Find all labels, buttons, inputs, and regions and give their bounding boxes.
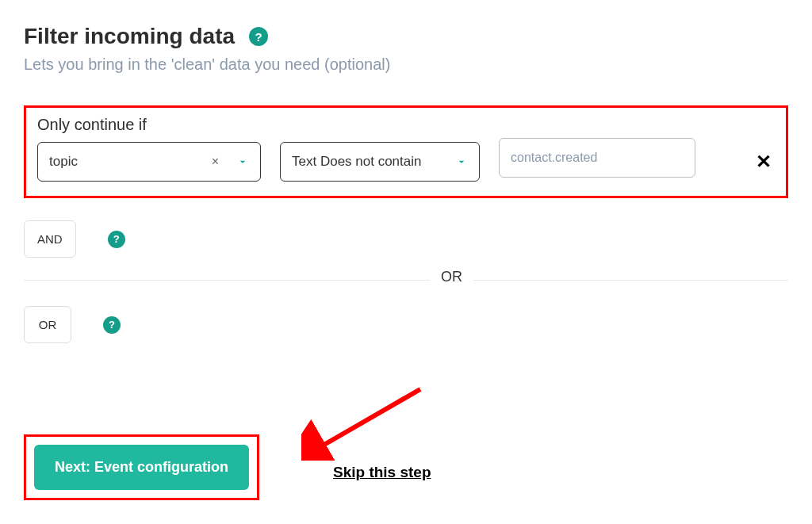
chevron-down-icon [455, 155, 468, 168]
filter-label: Only continue if [37, 116, 775, 134]
operator-value: Text Does not contain [292, 154, 421, 170]
filter-row: topic × Text Does not contain contact.cr… [37, 142, 775, 182]
help-icon[interactable]: ? [103, 316, 121, 334]
field-value: topic [49, 154, 78, 170]
and-row: AND ? [24, 220, 788, 258]
value-input[interactable]: contact.created [499, 138, 695, 178]
annotation-arrow [301, 381, 428, 461]
remove-condition-icon[interactable]: ✕ [756, 151, 775, 173]
chevron-down-icon [236, 155, 249, 168]
next-button[interactable]: Next: Event configuration [34, 445, 249, 490]
or-button[interactable]: OR [24, 306, 71, 343]
or-divider-label: OR [430, 269, 473, 285]
filter-condition-box: Only continue if topic × Text Does not c… [24, 105, 788, 198]
page-subtitle: Lets you bring in the 'clean' data you n… [24, 55, 788, 74]
next-button-highlight: Next: Event configuration [24, 434, 259, 500]
help-icon[interactable]: ? [249, 27, 268, 46]
operator-dropdown[interactable]: Text Does not contain [280, 142, 480, 182]
svg-line-0 [317, 389, 420, 449]
or-divider [24, 280, 788, 281]
or-row: OR ? [24, 306, 788, 343]
field-dropdown[interactable]: topic × [37, 142, 261, 182]
skip-link[interactable]: Skip this step [333, 464, 431, 481]
help-icon[interactable]: ? [108, 231, 125, 248]
clear-field-icon[interactable]: × [212, 155, 219, 169]
and-button[interactable]: AND [24, 220, 76, 258]
page-title: Filter incoming data [24, 24, 235, 49]
